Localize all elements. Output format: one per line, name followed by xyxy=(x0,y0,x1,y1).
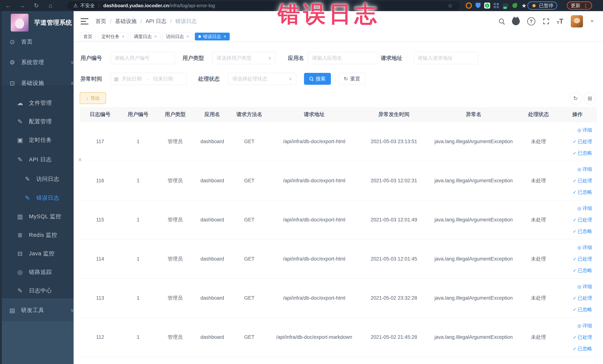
user-type-select[interactable]: 请选择用户类型 ∨ xyxy=(212,52,276,64)
end-date-placeholder[interactable]: 结束日期 xyxy=(153,75,173,82)
detail-link[interactable]: ◎详细 xyxy=(577,163,592,175)
app-name-input[interactable] xyxy=(308,52,378,64)
mark-processed-link[interactable]: ✓已处理 xyxy=(573,175,592,186)
refresh-button[interactable]: ↻ xyxy=(569,92,582,104)
help-icon[interactable]: ? xyxy=(527,17,535,25)
puzzle-extension-icon[interactable]: ★ xyxy=(521,2,527,9)
close-icon[interactable]: × xyxy=(154,34,157,39)
user-avatar[interactable] xyxy=(571,15,583,27)
breadcrumb-current: 错误日志 xyxy=(175,18,197,25)
mark-processed-link[interactable]: ✓已处理 xyxy=(573,253,592,265)
sidebar-item-mysql-monitor[interactable]: ▥ MySQL 监控 xyxy=(0,207,90,226)
sidebar-item-api-log[interactable]: ✎ API 日志 ∧ xyxy=(0,150,90,169)
request-url-input[interactable] xyxy=(413,52,478,64)
back-icon[interactable]: ← xyxy=(5,2,12,9)
cell-exception-time: 2021-05-02 23:32:28 xyxy=(359,295,428,301)
sidebar-item-trace[interactable]: ◎ 链路追踪 xyxy=(0,263,90,281)
close-icon[interactable]: × xyxy=(223,34,226,39)
mark-ignored-link[interactable]: ✓已忽略 xyxy=(573,186,592,198)
avatar-caret-icon[interactable] xyxy=(590,20,594,23)
exception-time-range[interactable]: ▦ 开始日期 - 结束日期 xyxy=(110,73,186,85)
update-chip[interactable]: 更新 ⋮ xyxy=(567,1,592,10)
table-row: 114 1 管理员 dashboard GET /api/infra/db-do… xyxy=(80,239,597,279)
tab-access-log[interactable]: 访问日志 × xyxy=(162,33,193,40)
mark-processed-link[interactable]: ✓已处理 xyxy=(573,214,592,225)
sidebar-item-log-center[interactable]: ✎ 日志中心 xyxy=(0,281,90,300)
sidebar-item-system[interactable]: ⚙ 系统管理 ∨ xyxy=(0,53,82,71)
sidebar-item-redis-monitor[interactable]: ≣ Redis 监控 xyxy=(0,226,90,244)
detail-link[interactable]: ◎详细 xyxy=(577,281,592,292)
detail-link[interactable]: ◎详细 xyxy=(577,202,592,214)
detail-link[interactable]: ◎详细 xyxy=(577,242,592,253)
sidebar-collapse-icon[interactable] xyxy=(81,18,88,24)
bookmark-star-icon[interactable]: ☆ xyxy=(448,2,453,9)
home-icon[interactable]: ⌂ xyxy=(47,2,54,9)
mark-ignored-link[interactable]: ✓已忽略 xyxy=(573,225,592,237)
cell-user-id: 1 xyxy=(120,217,156,223)
github-icon[interactable] xyxy=(512,17,520,25)
sidebar-item-scheduled-tasks[interactable]: ▣ 定时任务 xyxy=(0,131,90,149)
grid-extension-icon[interactable] xyxy=(493,2,499,9)
mark-processed-link[interactable]: ✓已处理 xyxy=(573,136,592,147)
cell-status: 未处理 xyxy=(519,216,558,223)
mark-ignored-link[interactable]: ✓已忽略 xyxy=(573,304,592,315)
sidebar-item-file-management[interactable]: ☁ 文件管理 xyxy=(0,94,90,112)
column-exception-time: 异常发生时间 xyxy=(359,111,428,118)
font-size-icon[interactable]: TT xyxy=(557,17,563,25)
mark-processed-link[interactable]: ✓已处理 xyxy=(573,331,592,343)
reload-icon[interactable]: ↻ xyxy=(33,2,40,9)
y-extension-icon[interactable]: y xyxy=(484,3,490,9)
close-icon[interactable]: × xyxy=(122,34,125,39)
switch-extension-icon[interactable]: on xyxy=(502,2,509,9)
mark-ignored-link[interactable]: ✓已忽略 xyxy=(573,343,592,354)
reset-button[interactable]: ↻ 重置 xyxy=(338,73,365,85)
app-logo[interactable]: 芋道管理系统 xyxy=(11,14,72,32)
leaf-extension-icon[interactable] xyxy=(512,2,518,9)
cell-request-url: /api/infra/db-doc/export-html xyxy=(269,178,359,184)
cell-user-type: 管理员 xyxy=(156,177,195,184)
tab-scheduled-tasks[interactable]: 定时任务 × xyxy=(98,33,128,40)
sidebar-item-config-management[interactable]: ✎ 配置管理 xyxy=(0,112,90,131)
start-date-placeholder[interactable]: 开始日期 xyxy=(122,75,142,82)
tab-error-log[interactable]: 错误日志 × xyxy=(195,33,230,40)
shield-extension-icon[interactable] xyxy=(475,2,481,9)
orange-ring-extension-icon[interactable] xyxy=(466,2,472,9)
cell-method: GET xyxy=(230,217,269,223)
sidebar-item-error-log[interactable]: ✎ 错误日志 xyxy=(0,188,97,207)
paused-chip[interactable]: ☻ 已暂停 xyxy=(527,1,557,10)
sidebar-item-infrastructure[interactable]: ⊡ 基础设施 ∧ xyxy=(0,74,82,92)
cell-app-name: dashboard xyxy=(195,217,230,223)
security-label[interactable]: 不安全 xyxy=(80,2,95,9)
user-id-input[interactable] xyxy=(110,52,175,64)
close-icon[interactable]: × xyxy=(186,34,189,39)
search-button[interactable]: 搜索 xyxy=(304,73,331,85)
sidebar-item-access-log[interactable]: ✎ 访问日志 xyxy=(0,170,97,188)
browser-menu-icon[interactable]: ⋮ xyxy=(583,3,588,9)
breadcrumb-infrastructure[interactable]: 基础设施 xyxy=(115,18,137,25)
cell-status: 未处理 xyxy=(519,334,558,341)
cell-app-name: dashboard xyxy=(195,178,230,184)
column-user-type: 用户类型 xyxy=(156,111,195,118)
sidebar-item-dev-tools[interactable]: ▤ 研发工具 ∨ xyxy=(0,301,82,319)
cell-status: 未处理 xyxy=(519,177,558,184)
search-icon[interactable] xyxy=(499,19,505,24)
mark-ignored-link[interactable]: ✓已忽略 xyxy=(573,265,592,276)
tab-home[interactable]: 首页 xyxy=(80,33,96,40)
sidebar-item-java-monitor[interactable]: ⊟ Java 监控 xyxy=(0,244,90,263)
address-bar[interactable]: ⚠ 不安全 dashboard.yudao.iocoder.cn /infra/… xyxy=(67,1,460,10)
check-icon: ✓ xyxy=(573,307,577,312)
breadcrumb-api-log[interactable]: API 日志 xyxy=(146,18,166,25)
forward-icon[interactable]: → xyxy=(19,2,26,9)
breadcrumb-home[interactable]: 首页 xyxy=(95,18,106,25)
mark-ignored-link[interactable]: ✓已忽略 xyxy=(573,147,592,159)
tab-schedule-log[interactable]: 调度日志 × xyxy=(130,33,160,40)
sidebar-item-home[interactable]: ⊙ 首页 xyxy=(0,33,82,51)
detail-link[interactable]: ◎详细 xyxy=(577,320,592,331)
detail-link[interactable]: ◎详细 xyxy=(577,124,592,136)
process-status-select[interactable]: 请选择处理状态 ∨ xyxy=(228,73,296,85)
mark-processed-link[interactable]: ✓已处理 xyxy=(573,292,592,304)
column-status: 处理状态 xyxy=(519,111,558,118)
column-settings-button[interactable]: ⊞ xyxy=(584,92,596,104)
fullscreen-icon[interactable] xyxy=(543,18,549,25)
cell-log-id: 112 xyxy=(80,334,120,340)
